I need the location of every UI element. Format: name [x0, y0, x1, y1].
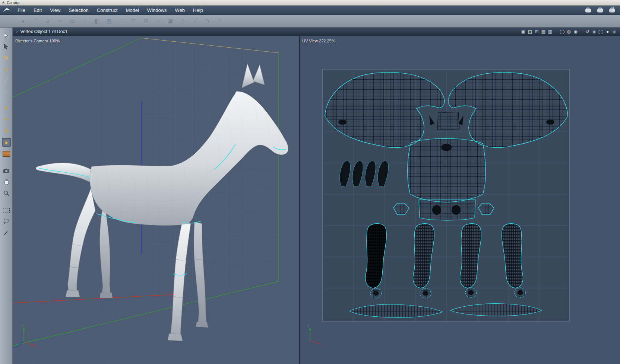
camera-viewport-canvas[interactable]: y x z — [13, 36, 299, 364]
viewport-container: Director's Camera 100% — [13, 36, 620, 364]
svg-text:y: y — [22, 323, 24, 327]
uv-island-top-rect — [437, 112, 459, 130]
uv-projection-tool[interactable]: ● — [2, 138, 11, 147]
tool-palette: ↻ ● ╱ ◦ + + ⊕ ● — [0, 28, 13, 364]
axis-constraint-tool[interactable]: ⊕ — [2, 127, 10, 135]
scissors-tool-icon[interactable]: ✂ — [56, 18, 64, 25]
sphere-textured-icon[interactable]: ◉ — [611, 29, 617, 34]
menu-file[interactable]: File — [13, 6, 29, 15]
svg-text:x: x — [35, 345, 37, 348]
move-tool[interactable]: + — [2, 104, 10, 112]
diamond-tool-icon[interactable]: ◇ — [155, 18, 162, 25]
menu-model[interactable]: Model — [121, 6, 143, 15]
line-tool-icon[interactable]: ╱ — [192, 18, 199, 25]
uv-island-bar — [419, 200, 475, 220]
marquee-icon — [3, 208, 10, 213]
document-area: ○ Vertex Object 1 of Doc1 ▣ ◫ ⊞ ▦ ▥ ◯ ◍ … — [13, 28, 620, 364]
menu-windows[interactable]: Windows — [143, 6, 171, 15]
sphere-high-icon[interactable]: ● — [605, 29, 610, 34]
marquee-select-tool[interactable] — [2, 206, 10, 214]
carrara-logo-icon — [2, 7, 12, 13]
svg-text:z: z — [13, 348, 15, 351]
half-shell-tool-icon[interactable]: ◧ — [93, 18, 101, 25]
menu-construct[interactable]: Construct — [93, 6, 122, 15]
pan-hand-tool[interactable] — [2, 178, 10, 186]
arc-tool-icon[interactable]: ◠ — [32, 18, 39, 25]
delete-face-tool-icon[interactable]: ⊠ — [142, 18, 150, 25]
menu-help[interactable]: Help — [189, 6, 207, 15]
layout-vsplit-icon[interactable]: ◫ — [527, 29, 533, 34]
uv-island-neck — [408, 138, 485, 202]
line-tool[interactable]: ╱ — [2, 76, 10, 84]
layout-quad-icon[interactable]: ⊞ — [534, 29, 540, 34]
virtual-trackball-tool[interactable]: ● — [2, 65, 10, 73]
menu-view[interactable]: View — [46, 6, 64, 15]
sphere-tool-icon[interactable]: ● — [19, 18, 27, 24]
plane-tool-icon[interactable]: ▭ — [69, 18, 76, 25]
cone-tool-icon[interactable]: ▽ — [130, 18, 137, 25]
layout-single-icon[interactable]: ▣ — [521, 29, 526, 34]
shaded-wire-mode-icon[interactable]: ◍ — [566, 29, 572, 34]
app-logo-icon — [1, 1, 5, 4]
bricks-icon — [3, 151, 10, 157]
direct-select-tool[interactable] — [2, 42, 10, 51]
sphere-low-icon[interactable]: ◯ — [598, 29, 604, 34]
layout-hsplit-icon[interactable]: ▥ — [547, 29, 553, 34]
menu-edit[interactable]: Edit — [29, 6, 46, 15]
magnet-tool-icon[interactable]: ∪ — [44, 18, 51, 25]
texture-brick-tool[interactable] — [2, 150, 10, 158]
layout-grid-icon[interactable]: ▦ — [541, 29, 546, 34]
document-bullet-icon: ○ — [16, 30, 18, 33]
knife-tool[interactable] — [2, 229, 10, 237]
document-title: Vertex Object 1 of Doc1 — [20, 29, 67, 34]
svg-text:y: y — [308, 323, 310, 327]
menu-web[interactable]: Web — [171, 6, 189, 15]
lasso-select-tool[interactable] — [2, 217, 10, 226]
render-room-icon[interactable] — [608, 7, 616, 13]
cube-tool-icon[interactable]: □ — [118, 18, 125, 24]
fill-face-tool-icon[interactable]: ▣ — [167, 18, 174, 25]
target-tool-icon[interactable]: ◎ — [179, 18, 187, 25]
wireframe-mode-icon[interactable]: ◯ — [559, 29, 565, 34]
camera-viewport[interactable]: Director's Camera 100% — [13, 36, 300, 364]
zoom-tool[interactable] — [2, 189, 10, 197]
scale-tool[interactable]: + — [2, 115, 10, 124]
assemble-room-icon[interactable] — [584, 7, 592, 13]
dome-tool-icon[interactable]: ◔ — [81, 18, 88, 24]
viewport-controls: ▣ ◫ ⊞ ▦ ▥ ◯ ◍ ◉ ↺ ◈ ◯ ● ◉ — [521, 28, 617, 36]
reset-view-icon[interactable]: ↺ — [585, 29, 590, 34]
modeling-toolbar: ● ◠ ∪ ✂ ▭ ◔ ◧ ▦ □ ▽ ⊠ ◇ ▣ ◎ ╱ ↰ ↱ — [0, 15, 620, 28]
document-header: ○ Vertex Object 1 of Doc1 ▣ ◫ ⊞ ▦ ▥ ◯ ◍ … — [13, 28, 620, 36]
svg-text:x: x — [321, 343, 323, 347]
sweep-right-tool-icon[interactable]: ↱ — [216, 18, 224, 25]
bounding-box-icon[interactable]: ◈ — [591, 29, 597, 34]
window-titlebar: Carrara — [0, 0, 620, 6]
rotate-tool[interactable]: ↻ — [2, 54, 10, 62]
sweep-left-tool-icon[interactable]: ↰ — [204, 18, 211, 25]
menu-bar: File Edit View Selection Construct Model… — [0, 6, 620, 15]
eyedropper-tool[interactable]: ◦ — [2, 87, 10, 95]
shaded-mode-icon[interactable]: ◉ — [573, 29, 578, 34]
uv-viewport[interactable]: UV View 222.25% — [300, 36, 620, 364]
camera-tool[interactable] — [2, 167, 10, 175]
grid-tool-icon[interactable]: ▦ — [105, 18, 113, 25]
uv-viewport-label: UV View 222.25% — [302, 39, 335, 43]
camera-viewport-label: Director's Camera 100% — [15, 39, 60, 43]
window-title: Carrara — [7, 1, 19, 5]
select-tool[interactable] — [2, 31, 10, 39]
room-selector — [584, 6, 616, 15]
uv-viewport-canvas[interactable]: y x — [300, 36, 620, 364]
texture-room-icon[interactable] — [596, 7, 604, 13]
menu-selection[interactable]: Selection — [64, 6, 92, 15]
